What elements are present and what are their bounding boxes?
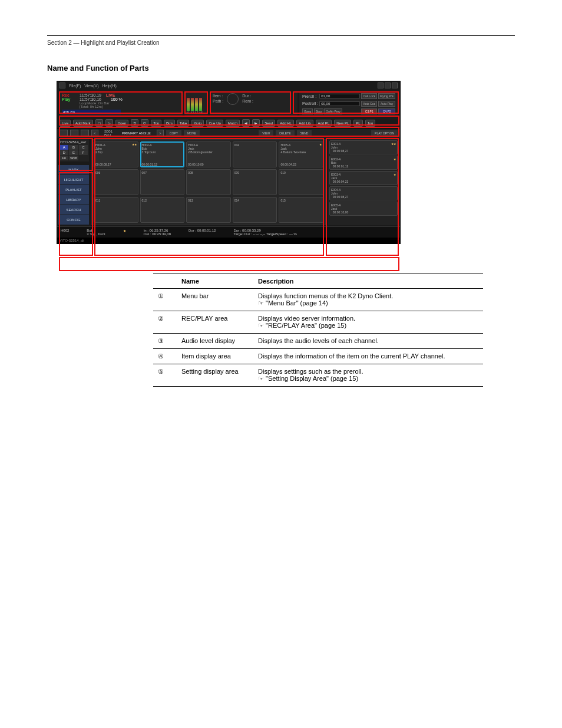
copy-button[interactable]: COPY: [166, 130, 181, 136]
page-button[interactable]: C: [79, 145, 88, 150]
toolbar-button[interactable]: Top: [151, 120, 161, 127]
toolbar-button[interactable]: Match: [226, 120, 240, 127]
mode-button-search[interactable]: SEARCH: [58, 205, 89, 215]
clip[interactable]: 007: [140, 169, 185, 195]
clip[interactable]: 010: [279, 169, 323, 195]
auto-cue-button[interactable]: Auto Cue: [361, 101, 377, 107]
page-button[interactable]: Fn: [59, 156, 68, 160]
prev-bin-button[interactable]: <: [91, 130, 98, 137]
page-button[interactable]: Shift: [69, 156, 78, 160]
clip[interactable]: 006: [94, 169, 138, 195]
delete-button[interactable]: DELETE: [276, 130, 294, 136]
menubar: File(F) View(V) Help(H): [57, 81, 400, 90]
view-mode-icon[interactable]: [81, 130, 89, 137]
toolbar-button[interactable]: Btm: [164, 120, 175, 127]
audio-meters: A1 A2 A7 A8: [184, 91, 208, 116]
star-icon: ★: [123, 229, 126, 236]
list-item[interactable]: E004-AJohn 00:00:08,27: [329, 186, 398, 200]
app-screenshot: File(F) View(V) Help(H) Rec 11:57:30,19 …: [57, 81, 401, 244]
clip[interactable]: H003-AJack2 Bottom grounder00:00:10,00: [186, 141, 231, 167]
send-button[interactable]: SEND: [297, 130, 312, 136]
clip[interactable]: 013: [186, 197, 231, 223]
play-option-button[interactable]: PLAY OPTION: [371, 130, 398, 136]
view-mode-icon[interactable]: [70, 130, 78, 137]
toolbar-button[interactable]: Add HL: [277, 120, 294, 127]
bin-grid: H001-AJohn2 Top★★00:00:08,27H002-ABob3 T…: [91, 139, 326, 225]
c3-button[interactable]: C3:P1: [361, 108, 377, 114]
minimize-icon[interactable]: [378, 83, 384, 88]
close-icon[interactable]: [392, 83, 398, 88]
clip[interactable]: H002-ABob3 Top bunt00:00:01,12: [140, 141, 185, 167]
table-row: ①Menu barDisplays function menus of the …: [153, 289, 483, 311]
list-item[interactable]: E002-A★Bob 00:00:01,12: [329, 156, 398, 170]
mode-button-mark[interactable]: MARK: [58, 165, 89, 174]
move-button[interactable]: MOVE: [184, 130, 200, 136]
angle-label: PRIMARY ANGLE: [118, 131, 154, 135]
oa-lock-button[interactable]: O/A Lock: [361, 93, 377, 99]
list-item[interactable]: E003-A★Jack 00:00:04,23: [329, 171, 398, 185]
page-button[interactable]: B: [69, 145, 78, 150]
mode-button-highlight[interactable]: HIGHLIGHT: [58, 175, 89, 185]
c4-button[interactable]: C4:P2: [378, 108, 395, 114]
clip[interactable]: 011: [94, 197, 138, 223]
property-bar: H002 Bob3 Top , bunt ★ In : 06:25:37,26 …: [57, 226, 400, 238]
toolbar-button[interactable]: New PL: [334, 120, 351, 127]
menu-file[interactable]: File(F): [69, 84, 81, 88]
toolbar-button[interactable]: Take: [177, 120, 190, 127]
toolbar-button[interactable]: ◀: [242, 119, 250, 127]
table-row: ③Audio level displayDisplays the audio l…: [153, 334, 483, 349]
page-button[interactable]: F: [79, 150, 88, 155]
function-buttons: LiveAdd Mark◻▷Open⟲⟳TopBtmTakeGotoCue Up…: [57, 118, 400, 128]
capacity-bar: 40h 2m: [62, 110, 121, 114]
toolbar-button[interactable]: Add PL: [316, 120, 332, 127]
playlist-panel: E001-A★★John 00:00:08,27E002-A★Bob 00:00…: [328, 139, 399, 225]
mode-button-playlist[interactable]: PLAYLIST: [58, 185, 89, 195]
section-title: Name and Function of Parts: [47, 64, 515, 73]
page-button[interactable]: D: [59, 150, 68, 155]
toolbar-button[interactable]: Add Mark: [73, 120, 93, 127]
clip[interactable]: 004: [233, 141, 277, 167]
toolbar-button[interactable]: ◻: [95, 119, 103, 127]
stop-button[interactable]: Stop: [314, 108, 323, 114]
clip[interactable]: H001-AJohn2 Top★★00:00:08,27: [94, 141, 138, 167]
view-button[interactable]: VIEW: [259, 130, 273, 136]
toolbar-button[interactable]: Goto: [191, 120, 204, 127]
clip[interactable]: 015: [279, 197, 323, 223]
clip[interactable]: 009: [233, 169, 277, 195]
toolbar-button[interactable]: Jog: [365, 120, 376, 127]
clip[interactable]: 014: [233, 197, 277, 223]
toolbar-button[interactable]: ⟳: [141, 119, 148, 127]
toolbar-button[interactable]: ▷: [105, 119, 113, 127]
menu-view[interactable]: View(V): [84, 84, 98, 88]
clip[interactable]: 012: [140, 197, 185, 223]
gang-button[interactable]: Gang: [302, 108, 313, 114]
clip[interactable]: 008: [186, 169, 231, 195]
toolbar-button[interactable]: Live: [59, 120, 71, 127]
menu-help[interactable]: Help(H): [103, 84, 117, 88]
toolbar-button[interactable]: Cue Up: [206, 120, 223, 127]
next-bin-button[interactable]: >: [157, 130, 164, 137]
postroll-field[interactable]: 00,00: [319, 101, 360, 106]
recorder-folder: YITO-52514_swr ABCDEFFnShift: [58, 139, 89, 162]
page-button[interactable]: A: [59, 145, 68, 150]
list-item[interactable]: E001-A★★John 00:00:08,27: [329, 140, 398, 154]
toolbar-button[interactable]: Add Lib: [296, 120, 313, 127]
toolbar-button[interactable]: Open: [115, 120, 129, 127]
preroll-field[interactable]: 01,00: [319, 94, 360, 98]
audio-ch-labels: A1 A2 A7 A8: [186, 111, 203, 114]
toolbar-button[interactable]: ▶: [252, 119, 260, 127]
onair-prev-button[interactable]: OnAir Prev: [324, 108, 342, 114]
flying-pe-button[interactable]: Flying P/E: [378, 93, 395, 99]
auto-play-button[interactable]: Auto Play: [378, 101, 395, 107]
clip[interactable]: H005-AJack4 Bottom Two-base★00:00:04,23: [279, 141, 323, 167]
list-item[interactable]: E005-AJack 00:00:10,00: [329, 202, 398, 216]
mode-button-library[interactable]: LIBRARY: [58, 195, 89, 205]
maximize-icon[interactable]: [385, 83, 391, 88]
mode-button-config[interactable]: CONFIG: [58, 215, 89, 225]
toolbar-button[interactable]: Send: [262, 120, 275, 127]
page-button[interactable]: E: [69, 150, 78, 155]
table-row: ④Item display areaDisplays the informati…: [153, 349, 483, 364]
toolbar-button[interactable]: PL: [353, 120, 362, 127]
toolbar-button[interactable]: ⟲: [131, 119, 138, 127]
view-mode-icon[interactable]: [59, 130, 68, 137]
